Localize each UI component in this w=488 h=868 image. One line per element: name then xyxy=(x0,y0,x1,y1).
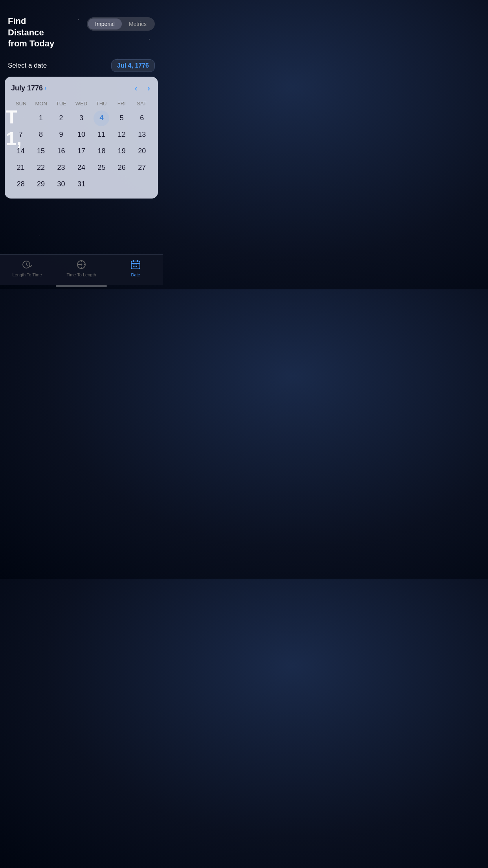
month-year-label[interactable]: July 1776 › xyxy=(11,84,46,92)
day-header-thu: THU xyxy=(92,99,112,108)
length-to-time-icon xyxy=(21,259,33,270)
calendar-day-10[interactable]: 10 xyxy=(73,127,89,143)
calendar-day-25[interactable]: 25 xyxy=(94,160,109,176)
app-screen: Find Distance from Today Imperial Metric… xyxy=(0,0,163,289)
calendar-day-1[interactable]: 1 xyxy=(33,110,49,126)
tab-date[interactable]: Date xyxy=(108,259,163,277)
bottom-section: Length To Time Time To Length xyxy=(0,254,163,289)
prev-month-button[interactable]: ‹ xyxy=(133,83,139,94)
calendar-day-empty xyxy=(114,177,130,192)
tab-time-to-length-label: Time To Length xyxy=(66,272,96,277)
imperial-toggle[interactable]: Imperial xyxy=(88,18,122,29)
calendar-day-17[interactable]: 17 xyxy=(73,143,89,159)
calendar-day-5[interactable]: 5 xyxy=(114,110,130,126)
calendar-day-2[interactable]: 2 xyxy=(53,110,69,126)
date-icon xyxy=(130,259,141,270)
tab-length-to-time[interactable]: Length To Time xyxy=(0,259,54,277)
calendar-day-6[interactable]: 6 xyxy=(134,110,150,126)
calendar-day-23[interactable]: 23 xyxy=(53,160,69,176)
unit-toggle[interactable]: Imperial Metrics xyxy=(87,17,155,31)
day-header-fri: FRI xyxy=(112,99,132,108)
time-to-length-icon xyxy=(75,259,87,270)
calendar-day-21[interactable]: 21 xyxy=(13,160,29,176)
calendar-day-8[interactable]: 8 xyxy=(33,127,49,143)
calendar-day-18[interactable]: 18 xyxy=(94,143,109,159)
next-month-button[interactable]: › xyxy=(146,83,152,94)
calendar-day-31[interactable]: 31 xyxy=(73,177,89,192)
day-header-wed: WED xyxy=(71,99,91,108)
tab-time-to-length[interactable]: Time To Length xyxy=(54,259,108,277)
date-selector-row: Select a date Jul 4, 1776 xyxy=(0,53,163,77)
calendar-day-15[interactable]: 15 xyxy=(33,143,49,159)
calendar-day-empty xyxy=(134,177,150,192)
calendar-day-26[interactable]: 26 xyxy=(114,160,130,176)
calendar-day-4[interactable]: 4 xyxy=(94,110,109,126)
day-header-tue: TUE xyxy=(51,99,71,108)
day-headers: SUN MON TUE WED THU FRI SAT xyxy=(11,99,152,108)
calendar-header: July 1776 › ‹ › xyxy=(11,83,152,94)
calendar-day-28[interactable]: 28 xyxy=(13,177,29,192)
calendar-day-19[interactable]: 19 xyxy=(114,143,130,159)
metrics-toggle[interactable]: Metrics xyxy=(122,18,154,29)
tab-date-label: Date xyxy=(131,272,140,277)
header: Find Distance from Today Imperial Metric… xyxy=(0,0,163,53)
calendar-day-30[interactable]: 30 xyxy=(53,177,69,192)
day-header-sat: SAT xyxy=(132,99,152,108)
calendar-day-29[interactable]: 29 xyxy=(33,177,49,192)
calendar-day-13[interactable]: 13 xyxy=(134,127,150,143)
calendar-day-20[interactable]: 20 xyxy=(134,143,150,159)
calendar: July 1776 › ‹ › SUN MON TUE WED THU FRI … xyxy=(5,77,158,199)
svg-rect-3 xyxy=(131,261,140,269)
home-indicator xyxy=(56,285,107,287)
calendar-day-27[interactable]: 27 xyxy=(134,160,150,176)
calendar-day-9[interactable]: 9 xyxy=(53,127,69,143)
tab-length-to-time-label: Length To Time xyxy=(12,272,42,277)
tab-bar: Length To Time Time To Length xyxy=(0,254,163,285)
nav-arrows: ‹ › xyxy=(133,83,152,94)
calendar-day-24[interactable]: 24 xyxy=(73,160,89,176)
day-header-mon: MON xyxy=(31,99,51,108)
calendar-grid: SUN MON TUE WED THU FRI SAT 123456789101… xyxy=(11,99,152,192)
svg-point-2 xyxy=(81,264,82,265)
month-expand-chevron[interactable]: › xyxy=(44,85,46,92)
calendar-day-16[interactable]: 16 xyxy=(53,143,69,159)
calendar-day-22[interactable]: 22 xyxy=(33,160,49,176)
select-date-label: Select a date xyxy=(8,62,47,70)
calendar-day-empty xyxy=(94,177,109,192)
calendar-day-3[interactable]: 3 xyxy=(73,110,89,126)
calendar-days: 1234567891011121314151617181920212223242… xyxy=(11,110,152,192)
selected-date-badge[interactable]: Jul 4, 1776 xyxy=(111,59,155,72)
calendar-day-11[interactable]: 11 xyxy=(94,127,109,143)
page-title: Find Distance from Today xyxy=(8,16,54,50)
behind-calendar-text: T 1, xyxy=(6,106,22,149)
calendar-day-12[interactable]: 12 xyxy=(114,127,130,143)
